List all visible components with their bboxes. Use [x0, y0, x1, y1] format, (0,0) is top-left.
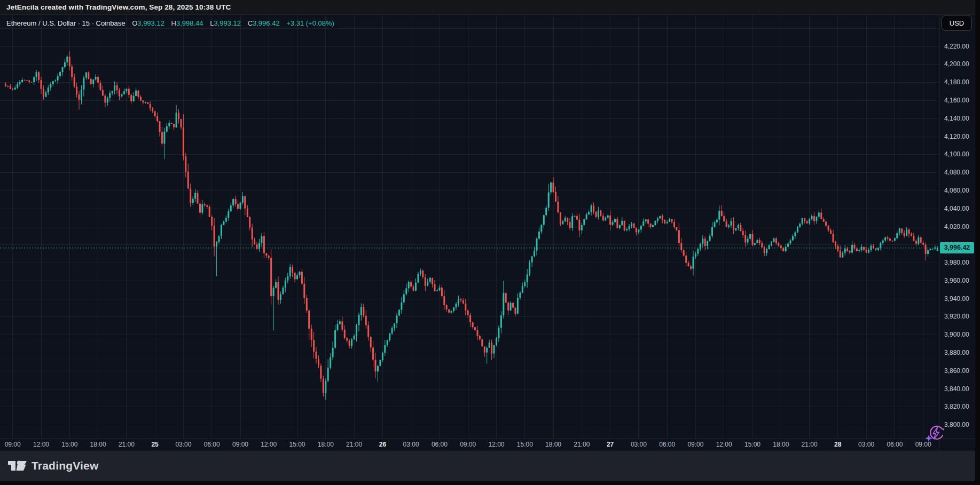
price-axis-label: 3,800.00	[944, 421, 969, 428]
time-axis-label: 15:00	[517, 441, 533, 448]
price-axis-label: 3,960.00	[944, 277, 969, 284]
chart-legend: Ethereum / U.S. Dollar · 15 · Coinbase O…	[6, 19, 334, 27]
ohlc-close-label: C	[248, 19, 253, 27]
tradingview-logo-mark	[7, 458, 27, 473]
price-axis-label: 3,840.00	[944, 385, 969, 393]
candlestick-canvas[interactable]	[0, 15, 939, 439]
price-axis-label: 3,920.00	[944, 313, 969, 320]
time-axis-label: 06:00	[432, 441, 448, 448]
price-axis-label: 4,160.00	[944, 97, 969, 104]
price-axis-label: 3,980.00	[944, 259, 969, 266]
time-axis-label: 12:00	[716, 441, 732, 448]
price-axis-label: 3,940.00	[944, 295, 969, 303]
price-axis-label: 4,100.00	[944, 150, 969, 158]
chart-pane[interactable]: Ethereum / U.S. Dollar · 15 · Coinbase O…	[0, 15, 939, 439]
ohlc-low-value: 3,993.12	[214, 19, 241, 27]
time-axis-label: 09:00	[232, 441, 248, 448]
ohlc-close-value: 3,996.42	[253, 19, 280, 27]
price-axis-label: 4,080.00	[944, 169, 969, 176]
ohlc-open-value: 3,993.12	[137, 19, 164, 27]
time-axis-label: 15:00	[744, 441, 761, 448]
price-axis-label: 4,200.00	[944, 60, 969, 68]
time-axis-label: 03:00	[858, 441, 874, 448]
time-axis-label: 18:00	[773, 441, 789, 448]
time-axis-label: 03:00	[403, 441, 419, 448]
flash-refresh-icon[interactable]	[924, 425, 947, 443]
time-axis-label: 03:00	[175, 441, 191, 448]
time-axis-label: 21:00	[346, 441, 362, 448]
time-axis-label: 06:00	[887, 441, 903, 448]
time-axis-label: 09:00	[5, 441, 21, 448]
time-axis-label: 18:00	[318, 441, 334, 448]
time-axis-label: 28	[834, 441, 841, 448]
time-axis-label: 09:00	[460, 441, 476, 448]
last-price-label: 3,996.42	[940, 242, 974, 253]
usd-button-label: USD	[950, 19, 964, 27]
price-axis-label: 3,880.00	[944, 349, 969, 356]
time-axis-label: 06:00	[204, 441, 220, 448]
time-axis-label: 09:00	[687, 441, 703, 448]
time-axis-label: 15:00	[289, 441, 305, 448]
time-axis-label: 26	[379, 441, 386, 448]
price-axis-label: 3,820.00	[944, 403, 969, 410]
price-axis-label: 4,140.00	[944, 115, 969, 122]
time-axis-label: 21:00	[802, 441, 818, 448]
ohlc-high-label: H	[171, 19, 176, 27]
price-axis-label: 4,040.00	[944, 205, 969, 212]
price-axis[interactable]: 4,220.004,200.004,180.004,160.004,140.00…	[939, 15, 975, 439]
price-axis-label: 4,020.00	[944, 223, 969, 230]
price-axis-label: 3,860.00	[944, 367, 969, 375]
usd-button[interactable]: USD	[942, 15, 972, 31]
header-title: JetEncila created with TradingView.com, …	[6, 3, 231, 11]
tradingview-logo-text: TradingView	[32, 459, 99, 472]
ohlc-high-value: 3,998.44	[176, 19, 203, 27]
tradingview-logo[interactable]: TradingView	[7, 458, 99, 473]
bottom-edge-strip	[0, 481, 980, 485]
time-axis-label: 03:00	[631, 441, 647, 448]
time-axis-label: 12:00	[488, 441, 504, 448]
change-value: +3.31 (+0.08%)	[286, 19, 334, 27]
time-axis-label: 21:00	[119, 441, 135, 448]
price-axis-label: 3,900.00	[944, 331, 969, 338]
time-axis-label: 06:00	[659, 441, 675, 448]
time-axis-label: 12:00	[261, 441, 277, 448]
time-axis-label: 15:00	[61, 441, 77, 448]
time-axis-label: 18:00	[90, 441, 106, 448]
price-axis-label: 4,120.00	[944, 133, 969, 140]
ohlc-open-label: O	[132, 19, 137, 27]
symbol-title[interactable]: Ethereum / U.S. Dollar · 15 · Coinbase	[6, 19, 126, 27]
time-axis-label: 12:00	[33, 441, 49, 448]
time-axis[interactable]: 09:0012:0015:0018:0021:002503:0006:0009:…	[0, 439, 939, 451]
time-axis-label: 18:00	[545, 441, 561, 448]
time-axis-label: 27	[607, 441, 614, 448]
price-axis-label: 4,060.00	[944, 187, 969, 194]
tradingview-chart-window: JetEncila created with TradingView.com, …	[0, 0, 980, 485]
header-bar: JetEncila created with TradingView.com, …	[0, 0, 980, 15]
right-edge-strip	[975, 0, 980, 481]
price-axis-label: 4,180.00	[944, 78, 969, 86]
time-axis-label: 25	[151, 441, 158, 448]
footer-bar: TradingView	[0, 451, 980, 481]
price-axis-label: 4,220.00	[944, 43, 969, 50]
time-axis-label: 21:00	[574, 441, 590, 448]
